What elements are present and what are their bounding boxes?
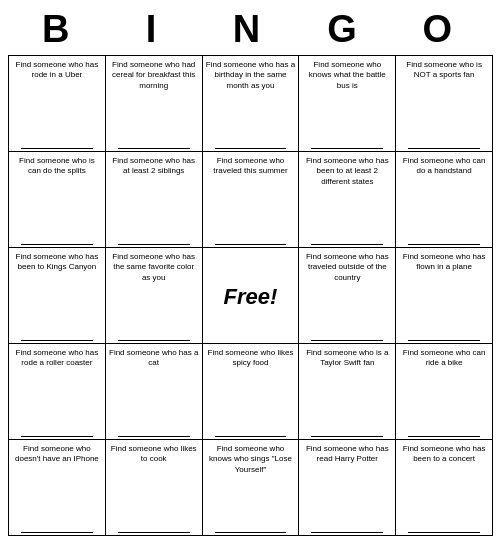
free-space-label: Free! — [224, 284, 278, 310]
cell-line-17 — [215, 436, 287, 437]
cell-line-19 — [408, 436, 480, 437]
title-b: B — [12, 8, 107, 51]
cell-text-22: Find someone who knows who sings "Lose Y… — [206, 444, 296, 528]
cell-line-20 — [21, 532, 93, 533]
cell-line-9 — [408, 244, 480, 245]
bingo-cell-11: Find someone who has the same favorite c… — [106, 248, 203, 344]
cell-text-6: Find someone who has at least 2 siblings — [109, 156, 199, 240]
cell-line-4 — [408, 148, 480, 149]
bingo-cell-8: Find someone who has been to at least 2 … — [299, 152, 396, 248]
bingo-cell-22: Find someone who knows who sings "Lose Y… — [203, 440, 300, 536]
cell-text-15: Find someone who has rode a roller coast… — [12, 348, 102, 432]
cell-line-15 — [21, 436, 93, 437]
cell-line-24 — [408, 532, 480, 533]
cell-line-6 — [118, 244, 190, 245]
cell-text-5: Find someone who is can do the splits — [12, 156, 102, 240]
bingo-cell-24: Find someone who has been to a concert — [396, 440, 493, 536]
cell-text-3: Find someone who knows what the battle b… — [302, 60, 392, 144]
cell-text-24: Find someone who has been to a concert — [399, 444, 489, 528]
cell-text-4: Find someone who is NOT a sports fan — [399, 60, 489, 144]
bingo-cell-10: Find someone who has been to Kings Canyo… — [9, 248, 106, 344]
title-o: O — [394, 8, 489, 51]
cell-text-1: Find someone who had cereal for breakfas… — [109, 60, 199, 144]
cell-text-13: Find someone who has traveled outside of… — [302, 252, 392, 336]
bingo-cell-3: Find someone who knows what the battle b… — [299, 56, 396, 152]
bingo-cell-14: Find someone who has flown in a plane — [396, 248, 493, 344]
cell-line-23 — [311, 532, 383, 533]
bingo-cell-17: Find someone who likes spicy food — [203, 344, 300, 440]
bingo-cell-4: Find someone who is NOT a sports fan — [396, 56, 493, 152]
cell-text-0: Find someone who has rode in a Uber — [12, 60, 102, 144]
cell-line-7 — [215, 244, 287, 245]
cell-text-8: Find someone who has been to at least 2 … — [302, 156, 392, 240]
cell-text-9: Find someone who can do a handstand — [399, 156, 489, 240]
title-g: G — [298, 8, 393, 51]
cell-line-21 — [118, 532, 190, 533]
cell-line-2 — [215, 148, 287, 149]
bingo-cell-12: Free! — [203, 248, 300, 344]
cell-line-14 — [408, 340, 480, 341]
cell-line-13 — [311, 340, 383, 341]
bingo-cell-15: Find someone who has rode a roller coast… — [9, 344, 106, 440]
bingo-cell-9: Find someone who can do a handstand — [396, 152, 493, 248]
bingo-cell-21: Find someone who likes to cook — [106, 440, 203, 536]
cell-text-18: Find someone who is a Taylor Swift fan — [302, 348, 392, 432]
bingo-cell-18: Find someone who is a Taylor Swift fan — [299, 344, 396, 440]
cell-line-18 — [311, 436, 383, 437]
cell-text-14: Find someone who has flown in a plane — [399, 252, 489, 336]
bingo-cell-23: Find someone who has read Harry Potter — [299, 440, 396, 536]
cell-text-23: Find someone who has read Harry Potter — [302, 444, 392, 528]
bingo-cell-0: Find someone who has rode in a Uber — [9, 56, 106, 152]
bingo-cell-1: Find someone who had cereal for breakfas… — [106, 56, 203, 152]
cell-line-10 — [21, 340, 93, 341]
cell-line-8 — [311, 244, 383, 245]
cell-text-2: Find someone who has a birthday in the s… — [206, 60, 296, 144]
cell-text-10: Find someone who has been to Kings Canyo… — [12, 252, 102, 336]
cell-line-3 — [311, 148, 383, 149]
cell-line-11 — [118, 340, 190, 341]
cell-text-17: Find someone who likes spicy food — [206, 348, 296, 432]
bingo-cell-5: Find someone who is can do the splits — [9, 152, 106, 248]
cell-line-16 — [118, 436, 190, 437]
cell-text-21: Find someone who likes to cook — [109, 444, 199, 528]
bingo-title: B I N G O — [8, 8, 493, 51]
cell-text-19: Find someone who can ride a bike — [399, 348, 489, 432]
title-n: N — [203, 8, 298, 51]
cell-line-22 — [215, 532, 287, 533]
cell-text-11: Find someone who has the same favorite c… — [109, 252, 199, 336]
bingo-cell-6: Find someone who has at least 2 siblings — [106, 152, 203, 248]
bingo-cell-7: Find someone who traveled this summer — [203, 152, 300, 248]
bingo-cell-16: Find someone who has a cat — [106, 344, 203, 440]
bingo-cell-19: Find someone who can ride a bike — [396, 344, 493, 440]
title-i: I — [107, 8, 202, 51]
bingo-cell-13: Find someone who has traveled outside of… — [299, 248, 396, 344]
cell-text-7: Find someone who traveled this summer — [206, 156, 296, 240]
cell-line-5 — [21, 244, 93, 245]
cell-text-16: Find someone who has a cat — [109, 348, 199, 432]
bingo-cell-2: Find someone who has a birthday in the s… — [203, 56, 300, 152]
cell-text-20: Find someone who doesn't have an IPhone — [12, 444, 102, 528]
cell-line-1 — [118, 148, 190, 149]
bingo-grid: Find someone who has rode in a UberFind … — [8, 55, 493, 536]
bingo-cell-20: Find someone who doesn't have an IPhone — [9, 440, 106, 536]
cell-line-0 — [21, 148, 93, 149]
